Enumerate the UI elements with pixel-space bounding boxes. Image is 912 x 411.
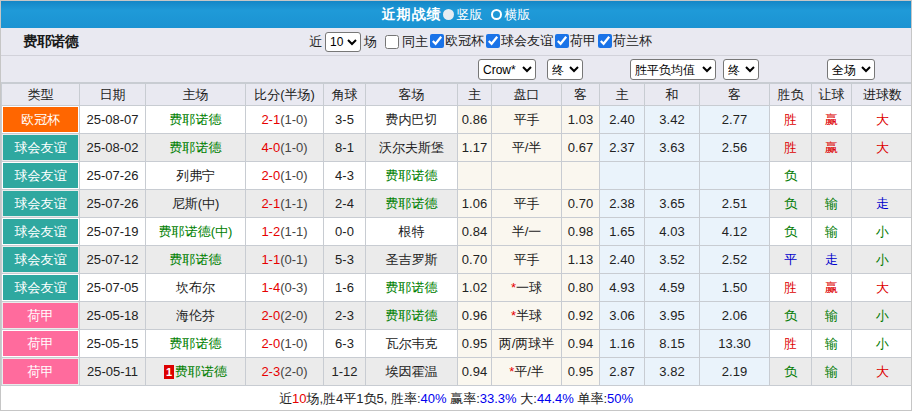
euro-win-odds: 1.65 [600,218,645,246]
euro-draw-odds: 3.82 [645,358,700,386]
asian-home-odds: 1.17 [458,134,492,162]
goals-mark: 小 [876,224,889,239]
column-header: 胜负 [770,84,812,106]
match-scope-select[interactable]: 全场 [827,59,875,80]
team-name-link: 根特 [399,224,425,239]
home-team-cell: 费耶诺德 [146,106,246,134]
goals-cell: 大 [852,106,912,134]
home-team-cell: 费耶诺德(中) [146,218,246,246]
competition-label: 球会友谊 [501,32,553,50]
asian-away-odds: 0.95 [562,358,600,386]
competition-checkbox[interactable] [598,34,612,48]
team-name-link[interactable]: 费耶诺德(中) [159,224,233,239]
euro-lose-odds: 1.50 [700,274,770,302]
euro-draw-odds: 3.65 [645,190,700,218]
result-cell: 负 [770,218,812,246]
table-row: 球会友谊25-07-19费耶诺德(中)1-2(1-1)0-0根特0.84半/一0… [2,218,912,246]
result-cell: 胜 [770,274,812,302]
column-header: 客 [700,84,770,106]
handicap-cell: 两/两球半 [492,330,562,358]
halftime-score: (2-0) [280,364,307,379]
asian-home-odds: 1.06 [458,190,492,218]
away-team-cell: 埃因霍温 [366,358,458,386]
odds-time-select[interactable]: 终 [723,59,759,80]
team-name-link[interactable]: 费耶诺德 [386,308,438,323]
halftime-score: (1-0) [280,112,307,127]
competition-type-badge: 球会友谊 [3,247,78,272]
asian-home-odds: 0.84 [458,218,492,246]
result-cell: 负 [770,302,812,330]
table-row: 球会友谊25-07-26尼斯(中)2-1(1-1)2-4费耶诺德1.06平手0.… [2,190,912,218]
same-home-label[interactable]: 同主 [402,33,428,51]
team-name-link: 尼斯(中) [172,196,220,211]
recent-count-select[interactable]: 10 [325,32,361,52]
euro-lose-odds: 2.52 [700,246,770,274]
horizontal-layout-radio[interactable] [491,9,502,20]
halftime-score: (1-1) [280,196,307,211]
asian-home-odds [458,162,492,190]
odds-type-select[interactable]: 胜平负均值 [630,59,716,80]
score-cell: 2-0(1-0) [246,162,324,190]
euro-win-odds: 3.06 [600,302,645,330]
home-team-cell: 坎布尔 [146,274,246,302]
fulltime-score: 1-2 [261,224,280,239]
corners-cell: 2-3 [324,302,366,330]
fulltime-score: 2-1 [261,196,280,211]
asian-away-odds: 0.94 [562,330,600,358]
summary-footer: 近10场,胜4平1负5, 胜率:40% 赢率:33.3% 大:44.4% 单率:… [1,386,911,411]
team-name-link[interactable]: 费耶诺德 [386,168,438,183]
competition-label: 荷兰杯 [613,32,652,50]
competition-checkbox[interactable] [430,34,444,48]
result-cell: 负 [770,358,812,386]
odds-filter-bar: Crow* 终 胜平负均值 终 全场 [1,56,911,83]
handicap-cell: *一球 [492,274,562,302]
bookmaker-select[interactable]: Crow* [478,59,536,80]
column-header: 主 [458,84,492,106]
competition-filter[interactable]: 荷甲 [553,32,596,50]
handicap-result-mark: 输 [825,196,838,211]
asian-away-odds: 1.03 [562,106,600,134]
competition-filter[interactable]: 球会友谊 [484,32,553,50]
summary-segment: 44.4% [537,391,574,406]
panel-title: 近期战绩 [382,6,442,24]
asian-away-odds [562,162,600,190]
euro-lose-odds: 13.30 [700,330,770,358]
team-name-link[interactable]: 费耶诺德 [170,252,222,267]
column-header: 类型 [2,84,80,106]
fulltime-score: 2-0 [261,168,280,183]
competition-type-cell: 荷甲 [2,358,80,386]
summary-segment: 10 [292,391,306,406]
column-header: 客 [562,84,600,106]
team-name-link[interactable]: 费耶诺德 [175,364,227,379]
handicap-result-mark: 输 [825,308,838,323]
handicap-cell [492,162,562,190]
competition-checkbox[interactable] [486,34,500,48]
same-home-checkbox[interactable] [385,35,399,49]
team-name-link[interactable]: 费耶诺德 [170,336,222,351]
handicap-result-mark: 走 [825,252,838,267]
asian-away-odds: 0.67 [562,134,600,162]
away-team-cell: 根特 [366,218,458,246]
summary-segment: 大: [517,390,537,408]
fulltime-score: 2-0 [261,308,280,323]
halftime-score: (1-1) [280,224,307,239]
team-name-link[interactable]: 费耶诺德 [386,196,438,211]
competition-type-cell: 球会友谊 [2,162,80,190]
team-name-link[interactable]: 费耶诺德 [386,280,438,295]
home-team-cell: 费耶诺德 [146,246,246,274]
competition-filter[interactable]: 欧冠杯 [428,32,484,50]
column-header: 比分(半场) [246,84,324,106]
horizontal-layout-label[interactable]: 横版 [505,6,531,24]
team-name-link[interactable]: 费耶诺德 [170,112,222,127]
asian-away-odds: 0.98 [562,218,600,246]
team-name-link[interactable]: 费耶诺德 [170,140,222,155]
vertical-layout-radio[interactable] [443,9,454,20]
euro-lose-odds: 2.19 [700,358,770,386]
handicap-time-select[interactable]: 终 [547,59,583,80]
result-mark: 胜 [784,140,797,155]
result-cell: 胜 [770,330,812,358]
competition-filter[interactable]: 荷兰杯 [596,32,652,50]
away-team-cell: 费耶诺德 [366,162,458,190]
vertical-layout-label[interactable]: 竖版 [457,6,483,24]
competition-checkbox[interactable] [555,34,569,48]
